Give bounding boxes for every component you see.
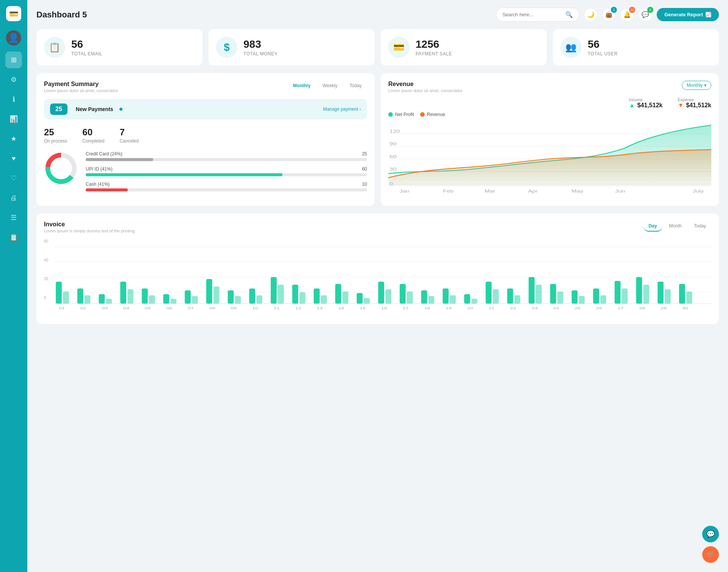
page-title: Dashboard 5: [36, 10, 87, 20]
bag-button[interactable]: 👜 2: [602, 8, 616, 22]
sidebar-item-dashboard[interactable]: ⊞: [5, 52, 22, 68]
progress-cash: Cash (41%) 10: [86, 182, 367, 191]
svg-text:19: 19: [446, 306, 452, 310]
svg-text:Mar: Mar: [485, 189, 496, 194]
generate-report-label: Generate Report: [664, 12, 703, 17]
invoice-subtitle: Lorem Ipsum is simply dummy text of the …: [44, 229, 135, 233]
svg-text:16: 16: [381, 306, 387, 310]
revenue-dropdown[interactable]: Monthly ▾: [682, 81, 711, 90]
svg-rect-82: [665, 289, 671, 304]
chat-button[interactable]: 💬 5: [639, 8, 652, 22]
sidebar-item-info[interactable]: ℹ: [5, 91, 22, 108]
tab-today[interactable]: Today: [344, 81, 367, 91]
sidebar-item-chart[interactable]: 📊: [5, 111, 22, 127]
svg-rect-27: [77, 288, 83, 304]
cart-float-button[interactable]: 🛒: [702, 546, 719, 563]
bell-badge: 12: [629, 7, 635, 13]
svg-rect-64: [471, 299, 477, 304]
sidebar-item-heart2[interactable]: ♡: [5, 170, 22, 186]
upi-value: 60: [362, 166, 367, 172]
svg-rect-60: [428, 296, 435, 304]
stat-payment-info: 1256 PAYMENT SALE: [416, 38, 452, 56]
svg-rect-67: [507, 288, 513, 304]
svg-rect-52: [342, 291, 348, 304]
income-label: Income: [629, 97, 663, 102]
svg-rect-72: [557, 291, 563, 304]
sidebar-item-star[interactable]: ★: [5, 130, 22, 147]
payment-summary-subtitle: Lorem ipsum dolor sit amet, consectetur: [44, 88, 118, 93]
cart-icon: 🛒: [706, 550, 715, 559]
stat-email-info: 56 TOTAL EMAIL: [71, 38, 102, 56]
list-icon: ☰: [11, 213, 17, 222]
svg-text:08: 08: [209, 306, 215, 310]
svg-text:30: 30: [389, 167, 396, 172]
svg-text:17: 17: [403, 306, 409, 310]
svg-text:Jun: Jun: [615, 189, 625, 194]
svg-rect-39: [206, 279, 212, 304]
svg-rect-63: [464, 294, 470, 304]
new-payments-dot: [119, 108, 122, 111]
bar-chart-icon: 📈: [705, 12, 711, 17]
svg-rect-38: [192, 296, 198, 304]
svg-text:May: May: [571, 189, 583, 194]
payment-summary-header: Payment Summary Lorem ipsum dolor sit am…: [44, 81, 367, 93]
payment-label: PAYMENT SALE: [416, 51, 452, 56]
search-input[interactable]: [502, 12, 562, 17]
cash-label: Cash (41%): [86, 182, 110, 187]
revenue-title-group: Revenue Lorem ipsum dolor sit amet, cons…: [388, 81, 463, 93]
manage-payment-link[interactable]: Manage payment ›: [323, 107, 361, 112]
stat-card-money: $ 983 TOTAL MONEY: [209, 29, 375, 66]
tab-monthly[interactable]: Monthly: [288, 81, 316, 91]
svg-text:22: 22: [510, 306, 516, 310]
avatar[interactable]: 👤: [6, 30, 21, 45]
header: Dashboard 5 🔍 🌙 👜 2 🔔 12 💬 5 Gen: [36, 8, 719, 22]
support-float-button[interactable]: 💬: [702, 526, 719, 542]
bar-group-21: [486, 282, 499, 304]
svg-rect-26: [63, 291, 69, 304]
sidebar-logo[interactable]: 💳: [6, 6, 21, 21]
info-icon: ℹ: [13, 95, 15, 103]
svg-text:03: 03: [102, 306, 108, 310]
progress-upi: UPI ID (41%) 60: [86, 166, 367, 176]
invoice-tab-month[interactable]: Month: [664, 221, 687, 232]
search-bar[interactable]: 🔍: [496, 8, 579, 22]
svg-rect-76: [600, 295, 606, 304]
email-icon: 📋: [44, 37, 65, 58]
revenue-header: Revenue Lorem ipsum dolor sit amet, cons…: [388, 81, 711, 93]
svg-rect-71: [550, 284, 556, 304]
svg-text:Jan: Jan: [399, 189, 409, 194]
invoice-tab-today[interactable]: Today: [689, 221, 711, 232]
bar-group-23: [529, 277, 542, 304]
bar-group-11: [271, 277, 284, 304]
generate-report-button[interactable]: Generate Report 📈: [657, 8, 719, 21]
sidebar-item-file[interactable]: 📋: [5, 229, 22, 246]
money-icon: $: [216, 37, 237, 58]
new-payments-left: 25 New Payments: [50, 103, 122, 115]
sidebar-item-print[interactable]: 🖨: [5, 190, 22, 206]
svg-text:02: 02: [80, 306, 86, 310]
sidebar-item-list[interactable]: ☰: [5, 209, 22, 226]
invoice-tab-day[interactable]: Day: [643, 221, 662, 232]
cash-value: 10: [362, 182, 367, 187]
svg-rect-31: [120, 282, 126, 304]
svg-text:10: 10: [252, 306, 258, 310]
credit-card-bar-fill: [86, 158, 153, 161]
stat-card-user: 👥 56 TOTAL USER: [553, 29, 719, 66]
bar-group-13: [314, 288, 327, 304]
sidebar-item-heart[interactable]: ♥: [5, 150, 22, 167]
svg-rect-44: [256, 295, 262, 304]
middle-section: Payment Summary Lorem ipsum dolor sit am…: [36, 73, 719, 206]
completed-stat: 60 Completed: [82, 127, 104, 144]
credit-card-bar-bg: [86, 158, 367, 161]
progress-section: Credit Card (24%) 25 UPI ID (41%) 60: [86, 151, 367, 197]
bell-button[interactable]: 🔔 12: [620, 8, 634, 22]
sidebar-item-settings[interactable]: ⚙: [5, 71, 22, 88]
chat-badge: 5: [647, 7, 653, 13]
theme-toggle-button[interactable]: 🌙: [584, 8, 598, 22]
tab-weekly[interactable]: Weekly: [317, 81, 343, 91]
svg-rect-51: [335, 284, 341, 304]
svg-text:0: 0: [389, 182, 393, 186]
svg-text:23: 23: [532, 306, 538, 310]
svg-text:18: 18: [424, 306, 430, 310]
invoice-header: Invoice Lorem Ipsum is simply dummy text…: [44, 221, 711, 233]
